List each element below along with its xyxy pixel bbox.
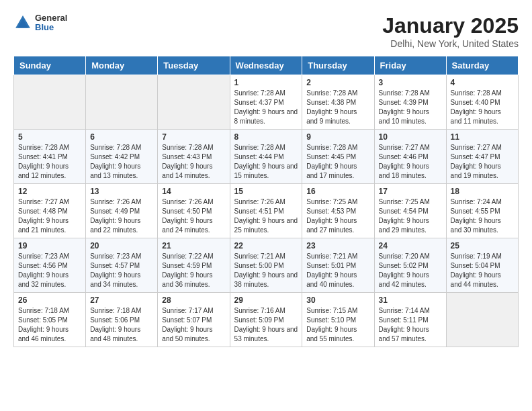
calendar-cell: 18Sunrise: 7:24 AM Sunset: 4:55 PM Dayli…: [446, 184, 518, 238]
day-info: Sunrise: 7:17 AM Sunset: 5:07 PM Dayligh…: [162, 306, 225, 344]
weekday-header-sunday: Sunday: [14, 56, 86, 75]
day-number: 23: [306, 241, 369, 250]
calendar-cell: 24Sunrise: 7:20 AM Sunset: 5:02 PM Dayli…: [374, 238, 446, 293]
day-number: 29: [234, 295, 298, 305]
calendar-cell: 27Sunrise: 7:18 AM Sunset: 5:06 PM Dayli…: [86, 293, 158, 347]
day-info: Sunrise: 7:28 AM Sunset: 4:45 PM Dayligh…: [306, 143, 369, 181]
day-number: 17: [379, 187, 442, 196]
calendar-cell: 6Sunrise: 7:28 AM Sunset: 4:42 PM Daylig…: [86, 130, 158, 184]
day-number: 4: [451, 78, 514, 87]
calendar-cell: 30Sunrise: 7:15 AM Sunset: 5:10 PM Dayli…: [302, 293, 374, 347]
calendar-cell: 26Sunrise: 7:18 AM Sunset: 5:05 PM Dayli…: [14, 293, 86, 347]
day-info: Sunrise: 7:23 AM Sunset: 4:57 PM Dayligh…: [90, 252, 153, 289]
calendar-cell: 31Sunrise: 7:14 AM Sunset: 5:11 PM Dayli…: [374, 293, 446, 347]
week-row-2: 5Sunrise: 7:28 AM Sunset: 4:41 PM Daylig…: [14, 130, 519, 184]
day-number: 31: [379, 295, 442, 305]
day-number: 9: [306, 132, 369, 142]
week-row-3: 12Sunrise: 7:27 AM Sunset: 4:48 PM Dayli…: [14, 184, 519, 238]
calendar-cell: 16Sunrise: 7:25 AM Sunset: 4:53 PM Dayli…: [302, 184, 374, 238]
day-info: Sunrise: 7:20 AM Sunset: 5:02 PM Dayligh…: [379, 252, 442, 289]
day-number: 20: [90, 241, 153, 250]
weekday-header-saturday: Saturday: [446, 56, 518, 75]
logo-icon: [13, 13, 32, 32]
calendar-cell: 15Sunrise: 7:26 AM Sunset: 4:51 PM Dayli…: [230, 184, 302, 238]
day-number: 18: [451, 187, 514, 196]
day-number: 16: [306, 187, 369, 196]
calendar-cell: 2Sunrise: 7:28 AM Sunset: 4:38 PM Daylig…: [302, 75, 374, 130]
calendar-cell: [446, 293, 518, 347]
day-info: Sunrise: 7:27 AM Sunset: 4:47 PM Dayligh…: [451, 143, 514, 181]
calendar-cell: 9Sunrise: 7:28 AM Sunset: 4:45 PM Daylig…: [302, 130, 374, 184]
day-info: Sunrise: 7:15 AM Sunset: 5:10 PM Dayligh…: [306, 306, 369, 344]
logo-general: General: [35, 13, 67, 23]
logo-text: General Blue: [35, 13, 67, 33]
calendar-cell: 28Sunrise: 7:17 AM Sunset: 5:07 PM Dayli…: [158, 293, 230, 347]
day-number: 7: [162, 132, 225, 142]
day-number: 3: [379, 78, 442, 87]
day-info: Sunrise: 7:28 AM Sunset: 4:41 PM Dayligh…: [18, 143, 81, 181]
week-row-1: 1Sunrise: 7:28 AM Sunset: 4:37 PM Daylig…: [14, 75, 519, 130]
day-number: 11: [451, 132, 514, 142]
day-number: 2: [306, 78, 369, 87]
weekday-header-friday: Friday: [374, 56, 446, 75]
day-number: 27: [90, 295, 153, 305]
title-block: January 2025 Delhi, New York, United Sta…: [382, 13, 519, 49]
calendar-cell: 25Sunrise: 7:19 AM Sunset: 5:04 PM Dayli…: [446, 238, 518, 293]
day-info: Sunrise: 7:25 AM Sunset: 4:54 PM Dayligh…: [379, 197, 442, 235]
calendar: SundayMondayTuesdayWednesdayThursdayFrid…: [13, 56, 519, 347]
calendar-cell: 12Sunrise: 7:27 AM Sunset: 4:48 PM Dayli…: [14, 184, 86, 238]
calendar-cell: 20Sunrise: 7:23 AM Sunset: 4:57 PM Dayli…: [86, 238, 158, 293]
day-info: Sunrise: 7:26 AM Sunset: 4:49 PM Dayligh…: [90, 197, 153, 235]
week-row-5: 26Sunrise: 7:18 AM Sunset: 5:05 PM Dayli…: [14, 293, 519, 347]
day-number: 1: [234, 78, 298, 87]
day-info: Sunrise: 7:28 AM Sunset: 4:39 PM Dayligh…: [379, 89, 442, 126]
weekday-header-thursday: Thursday: [302, 56, 374, 75]
day-number: 6: [90, 132, 153, 142]
weekday-header-row: SundayMondayTuesdayWednesdayThursdayFrid…: [14, 56, 519, 75]
calendar-cell: 17Sunrise: 7:25 AM Sunset: 4:54 PM Dayli…: [374, 184, 446, 238]
calendar-cell: [14, 75, 86, 130]
day-info: Sunrise: 7:28 AM Sunset: 4:44 PM Dayligh…: [234, 143, 298, 181]
logo: General Blue: [13, 13, 67, 33]
calendar-cell: [86, 75, 158, 130]
day-number: 28: [162, 295, 225, 305]
day-info: Sunrise: 7:16 AM Sunset: 5:09 PM Dayligh…: [234, 306, 298, 344]
day-info: Sunrise: 7:27 AM Sunset: 4:48 PM Dayligh…: [18, 197, 81, 235]
day-info: Sunrise: 7:28 AM Sunset: 4:43 PM Dayligh…: [162, 143, 225, 181]
day-info: Sunrise: 7:23 AM Sunset: 4:56 PM Dayligh…: [18, 252, 81, 289]
day-info: Sunrise: 7:24 AM Sunset: 4:55 PM Dayligh…: [451, 197, 514, 235]
day-number: 8: [234, 132, 298, 142]
day-info: Sunrise: 7:21 AM Sunset: 5:00 PM Dayligh…: [234, 252, 298, 289]
month-title: January 2025: [382, 13, 519, 38]
calendar-cell: 14Sunrise: 7:26 AM Sunset: 4:50 PM Dayli…: [158, 184, 230, 238]
day-info: Sunrise: 7:18 AM Sunset: 5:06 PM Dayligh…: [90, 306, 153, 344]
calendar-cell: 4Sunrise: 7:28 AM Sunset: 4:40 PM Daylig…: [446, 75, 518, 130]
day-number: 14: [162, 187, 225, 196]
day-number: 22: [234, 241, 298, 250]
day-number: 13: [90, 187, 153, 196]
day-info: Sunrise: 7:28 AM Sunset: 4:42 PM Dayligh…: [90, 143, 153, 181]
week-row-4: 19Sunrise: 7:23 AM Sunset: 4:56 PM Dayli…: [14, 238, 519, 293]
day-info: Sunrise: 7:18 AM Sunset: 5:05 PM Dayligh…: [18, 306, 81, 344]
calendar-cell: 10Sunrise: 7:27 AM Sunset: 4:46 PM Dayli…: [374, 130, 446, 184]
calendar-cell: 29Sunrise: 7:16 AM Sunset: 5:09 PM Dayli…: [230, 293, 302, 347]
day-number: 24: [379, 241, 442, 250]
day-info: Sunrise: 7:22 AM Sunset: 4:59 PM Dayligh…: [162, 252, 225, 289]
calendar-cell: 19Sunrise: 7:23 AM Sunset: 4:56 PM Dayli…: [14, 238, 86, 293]
calendar-cell: 8Sunrise: 7:28 AM Sunset: 4:44 PM Daylig…: [230, 130, 302, 184]
day-number: 15: [234, 187, 298, 196]
day-info: Sunrise: 7:19 AM Sunset: 5:04 PM Dayligh…: [451, 252, 514, 289]
weekday-header-wednesday: Wednesday: [230, 56, 302, 75]
day-info: Sunrise: 7:28 AM Sunset: 4:38 PM Dayligh…: [306, 89, 369, 126]
calendar-cell: [158, 75, 230, 130]
logo-blue: Blue: [35, 23, 67, 32]
calendar-cell: 3Sunrise: 7:28 AM Sunset: 4:39 PM Daylig…: [374, 75, 446, 130]
day-info: Sunrise: 7:28 AM Sunset: 4:37 PM Dayligh…: [234, 89, 298, 126]
day-info: Sunrise: 7:14 AM Sunset: 5:11 PM Dayligh…: [379, 306, 442, 344]
page-header: General Blue January 2025 Delhi, New Yor…: [13, 13, 519, 49]
day-number: 12: [18, 187, 81, 196]
day-info: Sunrise: 7:26 AM Sunset: 4:50 PM Dayligh…: [162, 197, 225, 235]
day-info: Sunrise: 7:21 AM Sunset: 5:01 PM Dayligh…: [306, 252, 369, 289]
weekday-header-tuesday: Tuesday: [158, 56, 230, 75]
day-number: 30: [306, 295, 369, 305]
